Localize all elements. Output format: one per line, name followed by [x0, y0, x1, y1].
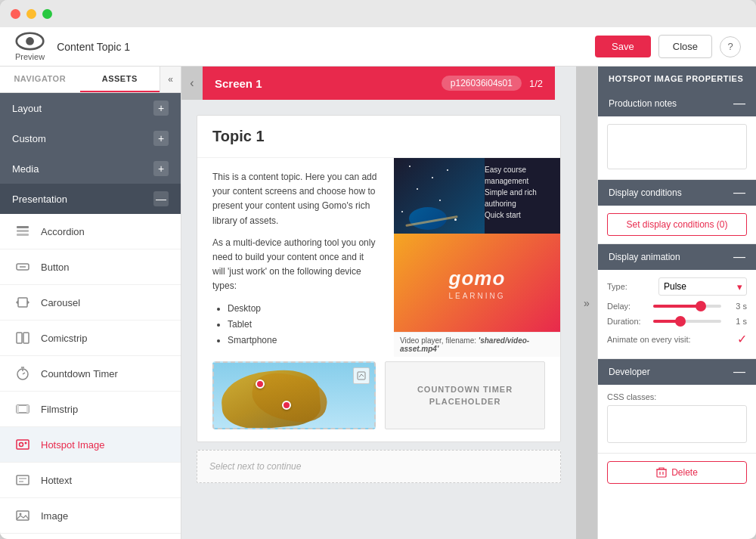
set-display-conditions-button[interactable]: Set display conditions (0) [607, 213, 747, 236]
countdown-label: Countdown Timer [41, 368, 118, 379]
sidebar-section-media[interactable]: Media + [0, 153, 181, 184]
animate-label: Animate on every visit: [607, 335, 731, 344]
media-thumbnail: Easy course managementSimple and rich au… [394, 158, 560, 234]
display-animation-header[interactable]: Display animation — [598, 244, 756, 270]
hottext-icon [12, 469, 33, 491]
delay-row: Delay: 3 s [607, 302, 747, 311]
sidebar-item-carousel[interactable]: Carousel [0, 285, 181, 321]
content-paragraph-2: As a multi-device authoring tool you onl… [212, 236, 379, 294]
collapse-sidebar-button[interactable]: « [160, 67, 181, 92]
right-nav-button[interactable]: » [576, 67, 597, 539]
display-conditions-header[interactable]: Display conditions — [598, 180, 756, 206]
type-select[interactable]: Pulse Fade Bounce [658, 277, 747, 296]
svg-point-1 [26, 37, 34, 45]
app-window: Preview Content Topic 1 Save Close ? NAV… [0, 0, 756, 539]
tab-assets[interactable]: ASSETS [80, 67, 160, 92]
gomo-sub: LEARNING [448, 292, 505, 300]
minimize-dot[interactable] [26, 9, 36, 19]
display-animation-body: Type: Pulse Fade Bounce ▾ [598, 270, 756, 358]
canvas-top-row: ‹ Screen 1 p126036i04s01 1/2 [181, 67, 576, 100]
sidebar-item-countdown[interactable]: Countdown Timer [0, 356, 181, 392]
display-animation-toggle: — [733, 250, 745, 264]
content-paragraph-1: This is a content topic. Here you can ad… [212, 170, 379, 228]
close-button[interactable]: Close [658, 35, 712, 58]
svg-line-14 [23, 373, 25, 374]
display-conditions-toggle: — [733, 186, 745, 200]
developer-header[interactable]: Developer — [598, 359, 756, 385]
css-classes-textarea[interactable] [607, 405, 747, 443]
gomo-logo: gomo [449, 266, 506, 290]
button-label: Button [41, 262, 70, 273]
media-thumb-text: Easy course managementSimple and rich au… [485, 164, 554, 221]
display-animation-label: Display animation [609, 252, 733, 262]
sidebar-item-accordion[interactable]: Accordion [0, 214, 181, 249]
hotspot-dot-1[interactable] [256, 379, 265, 389]
svg-rect-3 [17, 230, 29, 232]
svg-rect-7 [18, 298, 27, 307]
developer-label: Developer [609, 367, 733, 377]
animate-every-visit-row: Animate on every visit: ✓ [607, 332, 747, 346]
content-right: Easy course managementSimple and rich au… [394, 158, 560, 361]
help-button[interactable]: ? [720, 36, 741, 57]
main-layout: NAVIGATOR ASSETS « Layout + Custom + Med… [0, 67, 756, 539]
sidebar-section-presentation[interactable]: Presentation — [0, 184, 181, 214]
sidebar-section-custom[interactable]: Custom + [0, 123, 181, 153]
gomo-block: gomo LEARNING [394, 234, 560, 332]
app-title: Content Topic 1 [57, 41, 583, 53]
accordion-icon [12, 221, 33, 242]
sidebar-item-hottext[interactable]: Hottext [0, 463, 181, 498]
preview-button[interactable]: Preview [15, 32, 45, 61]
duration-value: 1 s [726, 317, 747, 326]
countdown-icon [12, 363, 33, 384]
save-button[interactable]: Save [595, 36, 651, 57]
production-notes-header[interactable]: Production notes — [598, 91, 756, 116]
carousel-label: Carousel [41, 297, 80, 308]
app-header: Preview Content Topic 1 Save Close ? [0, 27, 756, 67]
production-notes-toggle: — [733, 97, 745, 110]
canvas-header: Screen 1 p126036i04s01 1/2 [203, 67, 555, 100]
tab-navigator[interactable]: NAVIGATOR [0, 67, 80, 92]
animate-check-icon[interactable]: ✓ [737, 332, 747, 346]
type-label: Type: [607, 282, 652, 291]
screen-content: Topic 1 This is a content topic. Here yo… [197, 115, 561, 442]
delay-slider-track[interactable] [653, 305, 721, 308]
duration-label: Duration: [607, 317, 649, 326]
svg-rect-11 [23, 333, 29, 343]
canvas-scroll: Topic 1 This is a content topic. Here yo… [181, 100, 576, 539]
sidebar-item-comicstrip[interactable]: Comicstrip [0, 321, 181, 356]
production-notes-textarea[interactable] [607, 124, 747, 169]
left-sidebar: NAVIGATOR ASSETS « Layout + Custom + Med… [0, 67, 181, 539]
content-left: This is a content topic. Here you can ad… [197, 158, 394, 361]
hotspot-image-placeholder[interactable] [212, 361, 376, 429]
svg-point-21 [25, 442, 27, 445]
device-desktop: Desktop [228, 302, 379, 316]
canvas-prev-button[interactable]: ‹ [181, 67, 203, 100]
section-presentation-icon: — [153, 191, 169, 206]
svg-rect-10 [17, 333, 22, 343]
sidebar-item-image[interactable]: Image [0, 498, 181, 534]
hotspot-dot-2[interactable] [282, 401, 291, 410]
svg-point-26 [20, 513, 22, 516]
display-conditions-label: Display conditions [609, 187, 733, 198]
display-conditions-body: Set display conditions (0) [598, 206, 756, 243]
sidebar-item-button[interactable]: Button [0, 249, 181, 285]
section-custom-label: Custom [12, 133, 153, 144]
production-notes-label: Production notes [609, 98, 733, 109]
section-media-icon: + [153, 161, 169, 176]
delete-label: Delete [671, 467, 698, 478]
duration-slider-track[interactable] [653, 320, 721, 323]
sidebar-item-hotspot-image[interactable]: Hotspot Image [0, 427, 181, 463]
comicstrip-icon [12, 327, 33, 348]
hotspot-image-label: Hotspot Image [41, 439, 105, 451]
filmstrip-icon [12, 398, 33, 420]
sidebar-section-layout[interactable]: Layout + [0, 93, 181, 123]
select-next-bar: Select next to continue [197, 450, 561, 483]
close-dot[interactable] [11, 9, 20, 19]
sidebar-item-filmstrip[interactable]: Filmstrip [0, 392, 181, 427]
delete-button[interactable]: Delete [607, 461, 747, 484]
hotspot-image-icon [12, 434, 33, 455]
developer-body: CSS classes: [598, 385, 756, 453]
maximize-dot[interactable] [42, 9, 52, 19]
developer-toggle: — [733, 365, 745, 379]
right-panel: HOTSPOT IMAGE PROPERTIES Production note… [597, 67, 756, 539]
